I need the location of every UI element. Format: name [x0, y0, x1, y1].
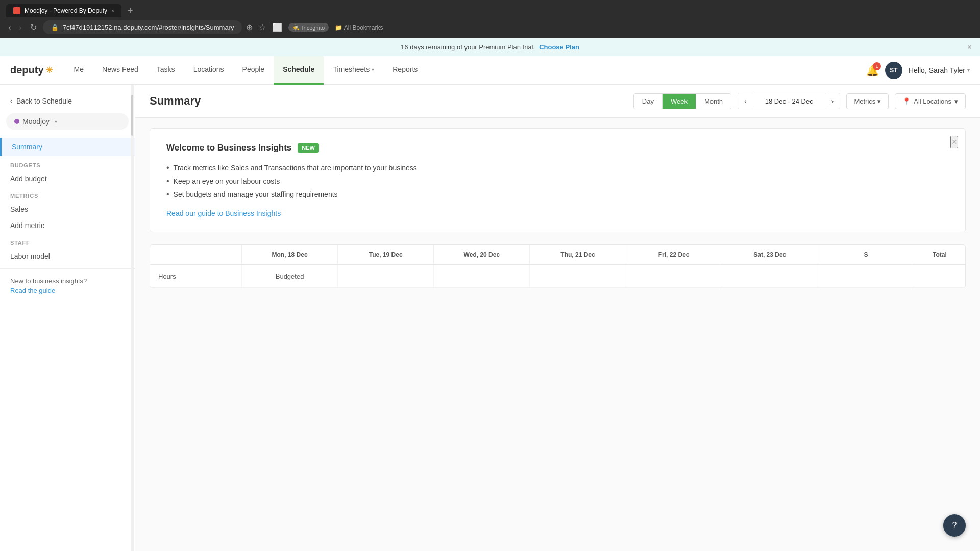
- col-sun: S: [818, 245, 914, 264]
- location-dot-icon: [14, 119, 19, 124]
- address-bar[interactable]: 🔒 7cf47d19112152.na.deputy.com/#roster/i…: [43, 20, 242, 34]
- sidebar-item-summary[interactable]: Summary: [0, 138, 135, 156]
- row-hours-tue: [338, 265, 434, 287]
- budgets-section-label: BUDGETS: [0, 156, 135, 170]
- trial-text: 16 days remaining of your Premium Plan t…: [401, 43, 535, 51]
- page-title: Summary: [150, 94, 201, 108]
- table-section: Mon, 18 Dec Tue, 19 Dec Wed, 20 Dec Thu,…: [150, 244, 966, 288]
- row-hours-sat: [722, 265, 818, 287]
- new-badge: NEW: [298, 143, 319, 153]
- sidebar-item-add-budget[interactable]: Add budget: [0, 170, 135, 187]
- page-header: Summary Day Week Month ‹ 18 Dec - 24 Dec…: [135, 85, 980, 118]
- nav-item-people[interactable]: People: [233, 56, 274, 85]
- back-arrow-icon: ‹: [10, 97, 12, 105]
- location-dropdown-arrow: ▾: [55, 119, 57, 124]
- date-next-btn[interactable]: ›: [825, 93, 840, 109]
- trial-banner-close[interactable]: ×: [967, 43, 972, 52]
- address-text: 7cf47d19112152.na.deputy.com/#roster/ins…: [63, 23, 234, 31]
- browser-tabs-bar: Moodjoy - Powered By Deputy × + ‹ › ↻ 🔒 …: [6, 4, 383, 34]
- browser-chrome: Moodjoy - Powered By Deputy × + ‹ › ↻ 🔒 …: [0, 0, 980, 38]
- welcome-card: × Welcome to Business Insights NEW Track…: [150, 128, 966, 232]
- nav-item-locations[interactable]: Locations: [184, 56, 233, 85]
- forward-nav-btn[interactable]: ›: [17, 21, 23, 34]
- user-dropdown-arrow: ▾: [967, 67, 970, 73]
- welcome-header: Welcome to Business Insights NEW: [166, 143, 949, 153]
- cast-icon[interactable]: ⊕: [246, 22, 253, 32]
- sidebar-item-sales[interactable]: Sales: [0, 201, 135, 217]
- browser-toolbar: ‹ › ↻ 🔒 7cf47d19112152.na.deputy.com/#ro…: [6, 20, 383, 34]
- sidebar-bottom: New to business insights? Read the guide: [0, 268, 135, 303]
- refresh-btn[interactable]: ↻: [28, 20, 39, 34]
- logo-star: ✳: [46, 65, 53, 75]
- sidebar-item-add-metric[interactable]: Add metric: [0, 217, 135, 234]
- col-total: Total: [914, 245, 965, 264]
- sidebar-item-labor-model[interactable]: Labor model: [0, 248, 135, 264]
- content-area: Summary Day Week Month ‹ 18 Dec - 24 Dec…: [135, 85, 980, 551]
- back-to-schedule-link[interactable]: ‹ Back to Schedule: [0, 93, 135, 113]
- new-tab-btn[interactable]: +: [125, 6, 136, 16]
- pin-icon: 📍: [902, 97, 911, 105]
- nav-item-schedule[interactable]: Schedule: [274, 56, 324, 85]
- nav-item-timesheets[interactable]: Timesheets ▾: [324, 56, 383, 85]
- header-controls: Day Week Month ‹ 18 Dec - 24 Dec › Metri…: [633, 93, 966, 109]
- welcome-title: Welcome to Business Insights: [166, 143, 291, 153]
- col-mon: Mon, 18 Dec: [242, 245, 338, 264]
- active-tab[interactable]: Moodjoy - Powered By Deputy ×: [6, 4, 121, 17]
- welcome-bullet-1: Track metrics like Sales and Transaction…: [166, 161, 949, 174]
- notification-btn[interactable]: 🔔 1: [866, 64, 879, 77]
- nav-item-me[interactable]: Me: [65, 56, 93, 85]
- logo[interactable]: deputy✳: [10, 64, 53, 76]
- close-welcome-card-btn[interactable]: ×: [950, 136, 958, 148]
- col-wed: Wed, 20 Dec: [434, 245, 530, 264]
- row-hours-mon: Budgeted: [242, 265, 338, 287]
- staff-section-label: STAFF: [0, 234, 135, 248]
- choose-plan-link[interactable]: Choose Plan: [539, 43, 579, 51]
- nav-item-tasks[interactable]: Tasks: [148, 56, 184, 85]
- nav-item-reports[interactable]: Reports: [383, 56, 427, 85]
- row-hours-fri: [626, 265, 722, 287]
- row-hours-thu: [530, 265, 626, 287]
- back-nav-btn[interactable]: ‹: [6, 21, 13, 34]
- table-header: Mon, 18 Dec Tue, 19 Dec Wed, 20 Dec Thu,…: [150, 245, 965, 265]
- col-label: [150, 245, 242, 264]
- sidebar-scrollbar[interactable]: [131, 85, 134, 551]
- incognito-badge: 🕵 Incognito: [288, 23, 329, 32]
- welcome-guide-link[interactable]: Read our guide to Business Insights: [166, 209, 281, 217]
- tab-title: Moodjoy - Powered By Deputy: [24, 7, 107, 14]
- app-container: 16 days remaining of your Premium Plan t…: [0, 38, 980, 551]
- star-icon[interactable]: ☆: [259, 22, 266, 32]
- view-toggle: Day Week Month: [633, 93, 731, 109]
- profile-icon[interactable]: ⬜: [272, 22, 282, 32]
- locations-dropdown-arrow: ▾: [954, 97, 958, 105]
- metrics-section-label: METRICS: [0, 187, 135, 201]
- view-month-btn[interactable]: Month: [696, 94, 731, 109]
- timesheets-dropdown-arrow: ▾: [372, 67, 374, 72]
- welcome-bullet-2: Keep an eye on your labour costs: [166, 174, 949, 188]
- welcome-bullet-3: Set budgets and manage your staffing req…: [166, 188, 949, 201]
- nav-right: 🔔 1 ST Hello, Sarah Tyler ▾: [866, 62, 970, 79]
- date-prev-btn[interactable]: ‹: [738, 93, 753, 109]
- user-greeting[interactable]: Hello, Sarah Tyler ▾: [909, 66, 970, 74]
- user-avatar: ST: [885, 62, 902, 79]
- sidebar-read-guide-link[interactable]: Read the guide: [10, 287, 125, 294]
- location-selector[interactable]: Moodjoy ▾: [6, 113, 129, 130]
- row-hours-sun: [818, 265, 914, 287]
- locations-dropdown-btn[interactable]: 📍 All Locations ▾: [895, 93, 966, 109]
- metrics-dropdown-btn[interactable]: Metrics ▾: [846, 93, 889, 109]
- notification-badge: 1: [873, 62, 881, 70]
- metrics-dropdown-arrow: ▾: [877, 97, 881, 105]
- nav-item-newsfeed[interactable]: News Feed: [93, 56, 148, 85]
- view-week-btn[interactable]: Week: [663, 94, 696, 109]
- content-body: × Welcome to Business Insights NEW Track…: [135, 118, 980, 298]
- col-thu: Thu, 21 Dec: [530, 245, 626, 264]
- welcome-list: Track metrics like Sales and Transaction…: [166, 161, 949, 201]
- view-day-btn[interactable]: Day: [634, 94, 663, 109]
- sidebar: ‹ Back to Schedule Moodjoy ▾ Summary BUD…: [0, 85, 135, 551]
- row-hours-total: [914, 265, 965, 287]
- incognito-icon: 🕵: [292, 24, 300, 31]
- help-btn[interactable]: ?: [943, 514, 966, 537]
- tab-close-btn[interactable]: ×: [111, 8, 114, 14]
- sidebar-scrollbar-thumb: [131, 95, 133, 136]
- col-fri: Fri, 22 Dec: [626, 245, 722, 264]
- row-hours-label: Hours: [150, 265, 242, 287]
